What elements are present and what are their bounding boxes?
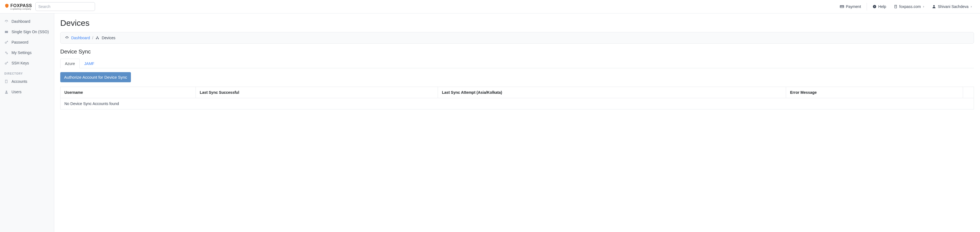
divider: [867, 3, 867, 10]
help-icon: ?: [872, 5, 877, 9]
sidebar-item-label: Dashboard: [11, 19, 30, 24]
sidebar-item-label: Password: [11, 40, 28, 45]
section-title: Device Sync: [60, 48, 974, 55]
help-label: Help: [878, 5, 886, 9]
sidebar-item-label: SSH Keys: [11, 61, 29, 65]
key-icon: [5, 61, 9, 65]
key-icon: [5, 40, 9, 45]
search-input[interactable]: [35, 2, 95, 11]
help-link[interactable]: ? Help: [869, 3, 890, 10]
col-error-message: Error Message: [786, 87, 963, 98]
logo[interactable]: FOXPASS a splashtop company: [5, 3, 32, 10]
svg-point-20: [67, 38, 67, 39]
sidebar-item-label: My Settings: [11, 50, 32, 55]
main-content: Devices Dashboard / Devices Device Sync …: [54, 13, 980, 232]
svg-rect-21: [97, 36, 98, 37]
site-label: foxpass.com: [899, 5, 921, 9]
sidebar-item-users[interactable]: Users: [0, 86, 54, 97]
svg-text:?: ?: [874, 5, 875, 8]
dashboard-icon: [65, 36, 69, 40]
svg-point-10: [6, 21, 7, 22]
svg-point-14: [6, 53, 8, 54]
col-actions: [963, 87, 974, 98]
page-title: Devices: [60, 18, 974, 28]
search-wrap: [35, 2, 95, 11]
dashboard-icon: [5, 19, 9, 24]
sitemap-icon: [95, 36, 99, 40]
sidebar-item-ssh-keys[interactable]: SSH Keys: [0, 58, 54, 68]
gears-icon: [5, 51, 9, 55]
sidebar-item-label: Single Sign On (SSO): [11, 30, 49, 34]
svg-point-9: [933, 5, 934, 6]
id-card-icon: [5, 30, 9, 34]
sidebar-item-dashboard[interactable]: Dashboard: [0, 16, 54, 27]
payment-link[interactable]: Payment: [836, 3, 865, 10]
payment-label: Payment: [846, 5, 861, 9]
svg-rect-22: [96, 38, 97, 39]
col-last-sync-attempt: Last Sync Attempt (Asia/Kolkata): [438, 87, 786, 98]
tab-azure[interactable]: Azure: [60, 59, 80, 68]
authorize-button[interactable]: Authorize Account for Device Sync: [60, 72, 131, 82]
svg-rect-23: [98, 38, 99, 39]
brand-subtitle: a splashtop company: [10, 8, 31, 10]
svg-point-19: [6, 91, 7, 92]
site-link[interactable]: foxpass.com ›: [890, 3, 928, 10]
sidebar-item-accounts[interactable]: Accounts: [0, 76, 54, 86]
breadcrumb: Dashboard / Devices: [60, 32, 974, 43]
user-menu[interactable]: Shivani Sachdeva ›: [928, 3, 975, 10]
col-last-sync-successful: Last Sync Successful: [196, 87, 438, 98]
top-actions: Payment ? Help foxpass.com › Shivani Sac…: [836, 3, 975, 10]
svg-rect-6: [896, 6, 896, 6]
breadcrumb-root-link[interactable]: Dashboard: [71, 36, 90, 40]
sidebar-item-label: Accounts: [11, 79, 27, 84]
user-icon: [932, 5, 936, 9]
building-icon: [894, 5, 897, 8]
sidebar-item-password[interactable]: Password: [0, 37, 54, 48]
chevron-right-icon: ›: [923, 5, 924, 8]
user-icon: [5, 90, 9, 94]
sidebar-item-label: Users: [11, 90, 22, 94]
sidebar: Dashboard Single Sign On (SSO) Password …: [0, 13, 54, 232]
building-icon: [5, 80, 9, 83]
device-sync-table: Username Last Sync Successful Last Sync …: [60, 86, 974, 109]
payment-icon: [840, 5, 844, 9]
sidebar-item-sso[interactable]: Single Sign On (SSO): [0, 27, 54, 37]
svg-point-13: [5, 51, 6, 53]
sidebar-item-my-settings[interactable]: My Settings: [0, 48, 54, 58]
svg-rect-11: [5, 31, 8, 33]
svg-point-12: [5, 42, 6, 43]
breadcrumb-current: Devices: [102, 36, 115, 40]
svg-point-15: [5, 63, 6, 64]
chevron-right-icon: ›: [971, 5, 972, 8]
tab-jamf[interactable]: JAMF: [80, 59, 99, 68]
empty-message: No Device Sync Accounts found: [60, 98, 974, 109]
sidebar-section-directory: DIRECTORY: [0, 68, 54, 76]
breadcrumb-separator: /: [92, 36, 94, 40]
foxpass-logo-icon: [5, 3, 9, 8]
user-name: Shivani Sachdeva: [938, 5, 969, 9]
col-username: Username: [60, 87, 196, 98]
svg-rect-4: [895, 5, 897, 8]
svg-rect-1: [840, 6, 844, 6]
table-empty-row: No Device Sync Accounts found: [60, 98, 974, 109]
svg-rect-16: [5, 80, 7, 83]
topbar: FOXPASS a splashtop company Payment ? He…: [0, 0, 980, 13]
tabs: Azure JAMF: [60, 59, 974, 68]
